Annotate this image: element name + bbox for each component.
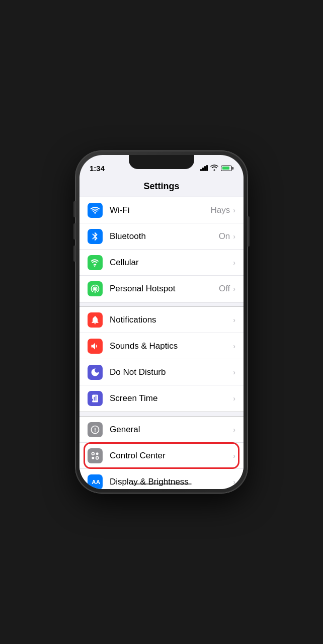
wifi-status-icon [210,164,218,172]
home-indicator [131,483,192,485]
general-label: General [110,425,230,435]
general-chevron: › [233,426,235,434]
notifications-chevron: › [233,316,235,324]
svg-point-2 [96,452,99,455]
settings-row-hotspot[interactable]: Personal Hotspot Off › [79,276,244,302]
settings-row-screentime[interactable]: Screen Time › [79,385,244,412]
wifi-icon [88,203,103,218]
display-chevron: › [233,478,235,486]
general-icon [88,422,103,437]
phone-screen: 1:34 [79,155,244,489]
sounds-icon [88,339,103,354]
phone-frame: 1:34 [75,151,248,493]
bluetooth-chevron: › [233,232,235,240]
notifications-label: Notifications [110,315,230,325]
controlcenter-chevron: › [233,452,235,460]
sounds-label: Sounds & Haptics [110,341,230,351]
svg-point-4 [96,456,99,459]
svg-point-3 [92,456,94,459]
settings-row-notifications[interactable]: Notifications › [79,307,244,333]
screen-content: Settings Wi-Fi Hays › [79,177,244,489]
display-icon: AA [88,474,103,490]
section-general: General › [79,416,244,489]
section-notifications: Notifications › Sounds & Haptics › [79,306,244,412]
sounds-chevron: › [233,342,235,350]
settings-row-donotdisturb[interactable]: Do Not Disturb › [79,359,244,385]
settings-row-sounds[interactable]: Sounds & Haptics › [79,333,244,359]
wifi-chevron: › [233,206,235,214]
donotdisturb-icon [88,365,103,380]
hotspot-chevron: › [233,285,235,293]
settings-row-general[interactable]: General › [79,417,244,443]
svg-point-1 [92,452,94,455]
hotspot-icon [88,281,103,296]
settings-row-controlcenter[interactable]: Control Center › [79,443,244,469]
notifications-icon [88,312,103,328]
status-time: 1:34 [90,164,105,173]
screentime-icon [88,391,103,406]
hotspot-label: Personal Hotspot [110,284,219,294]
svg-point-0 [94,265,96,267]
wifi-label: Wi-Fi [110,205,211,215]
settings-list: Wi-Fi Hays › Bluetooth On › [79,197,244,489]
status-icons [200,164,233,172]
screentime-label: Screen Time [110,393,230,404]
section-connectivity: Wi-Fi Hays › Bluetooth On › [79,197,244,302]
bluetooth-label: Bluetooth [110,231,219,242]
cellular-icon [88,255,103,270]
signal-bars-icon [200,165,208,171]
display-label: Display & Brightness [110,477,230,487]
bluetooth-icon [88,229,103,244]
controlcenter-label: Control Center [110,451,230,461]
wifi-value: Hays [211,205,230,215]
cellular-label: Cellular [110,258,230,268]
screentime-chevron: › [233,394,235,403]
cellular-chevron: › [233,259,235,267]
settings-row-display[interactable]: AA Display & Brightness › [79,469,244,489]
svg-text:AA: AA [92,478,100,485]
donotdisturb-chevron: › [233,368,235,376]
settings-row-wifi[interactable]: Wi-Fi Hays › [79,197,244,223]
bluetooth-value: On [219,231,230,242]
battery-icon [221,166,233,171]
notch [129,155,194,169]
page-title: Settings [79,177,244,197]
settings-row-cellular[interactable]: Cellular › [79,250,244,276]
controlcenter-icon [88,448,103,463]
hotspot-value: Off [219,284,230,294]
settings-row-bluetooth[interactable]: Bluetooth On › [79,223,244,250]
donotdisturb-label: Do Not Disturb [110,367,230,377]
